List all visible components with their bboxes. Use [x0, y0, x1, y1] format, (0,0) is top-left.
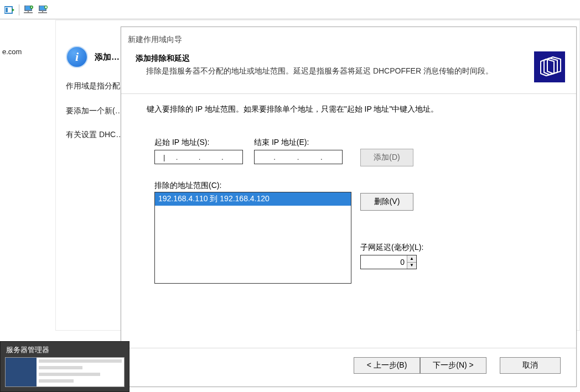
bg-line2: 要添加一个新(… [66, 106, 123, 116]
tb-item-3[interactable] [37, 4, 49, 15]
tb-item-2[interactable] [23, 4, 35, 15]
subnet-delay-label: 子网延迟(毫秒)(L): [360, 243, 423, 253]
wizard-dialog: 新建作用域向导 添加排除和延迟 排除是指服务器不分配的地址或地址范围。延迟是指服… [121, 27, 577, 387]
dialog-description: 排除是指服务器不分配的地址或地址范围。延迟是指服务器将延迟 DHCPOFFER … [146, 66, 504, 77]
dialog-title: 新建作用域向导 [128, 35, 182, 45]
dialog-heading: 添加排除和延迟 [136, 54, 190, 64]
bg-line3: 有关设置 DHC… [66, 130, 123, 140]
start-ip-input[interactable]: |... [154, 150, 243, 164]
toolbar [0, 4, 49, 15]
taskbar-preview[interactable]: 服务器管理器 [0, 341, 130, 392]
page-header: i 添加… [66, 46, 120, 68]
list-item[interactable]: 192.168.4.110 到 192.168.4.120 [155, 192, 351, 206]
toolbar-separator [19, 4, 19, 15]
spinner-up-icon[interactable]: ▲ [407, 255, 416, 263]
tb-item-1[interactable] [3, 4, 15, 15]
subnet-delay-value[interactable]: 0 [361, 255, 407, 269]
spinner-buttons[interactable]: ▲ ▼ [407, 255, 416, 269]
spinner-down-icon[interactable]: ▼ [407, 263, 416, 269]
svg-rect-12 [42, 11, 43, 12]
excluded-range-label: 排除的地址范围(C): [154, 181, 221, 191]
bg-line1: 作用域是指分配… [66, 81, 128, 91]
toolbar-divider [0, 19, 580, 19]
end-ip-input[interactable]: ... [254, 150, 343, 164]
start-ip-label: 起始 IP 地址(S): [154, 138, 209, 148]
svg-marker-2 [12, 8, 14, 12]
subnet-delay-spinner[interactable]: 0 ▲ ▼ [360, 255, 417, 269]
taskbar-preview-title: 服务器管理器 [1, 342, 129, 357]
excluded-range-listbox[interactable]: 192.168.4.110 到 192.168.4.120 [154, 192, 351, 284]
svg-rect-1 [6, 8, 8, 12]
folder-icon [534, 51, 565, 82]
next-button[interactable]: 下一步(N) > [420, 357, 486, 374]
info-icon: i [66, 46, 88, 68]
cancel-button[interactable]: 取消 [500, 357, 561, 374]
add-button[interactable]: 添加(D) [360, 149, 413, 166]
end-ip-label: 结束 IP 地址(E): [254, 138, 309, 148]
left-tree-pane: e.com [0, 20, 56, 330]
tree-item-domain[interactable]: e.com [2, 48, 22, 56]
dialog-separator-top [121, 93, 576, 94]
page-heading: 添加… [95, 52, 120, 62]
taskbar-thumbnail[interactable] [5, 357, 125, 387]
delete-button[interactable]: 删除(V) [360, 193, 413, 211]
svg-rect-6 [28, 11, 29, 12]
back-button[interactable]: < 上一步(B) [354, 357, 420, 374]
svg-rect-5 [24, 12, 33, 13]
dialog-instruction: 键入要排除的 IP 地址范围。如果要排除单个地址，只需在"起始 IP 地址"中键… [147, 104, 438, 114]
dialog-separator-bottom [121, 348, 576, 348]
svg-rect-11 [38, 12, 47, 13]
